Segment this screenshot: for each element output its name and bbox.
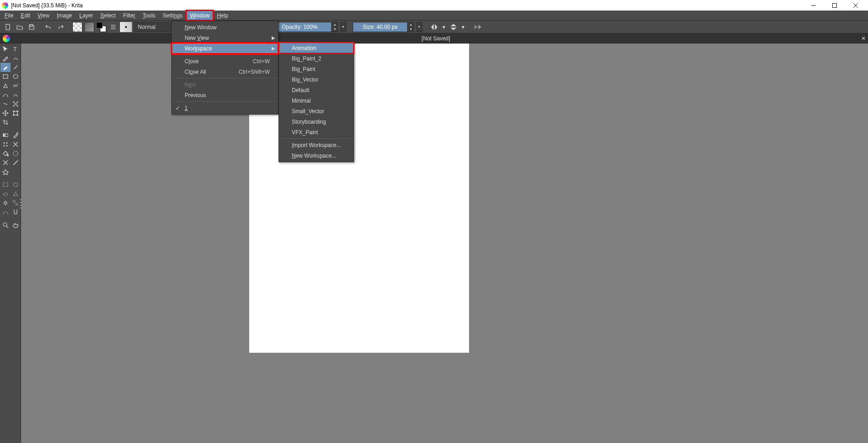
size-history-button[interactable]: ▾: [416, 22, 422, 32]
line-tool[interactable]: [11, 63, 21, 72]
polyline-tool[interactable]: [11, 81, 21, 90]
color-picker-tool[interactable]: [11, 131, 21, 140]
new-file-icon[interactable]: [3, 22, 13, 32]
undo-icon[interactable]: [44, 22, 54, 32]
wrap-around-icon[interactable]: [473, 22, 483, 32]
workspace-minimal[interactable]: Minimal: [279, 95, 354, 106]
menu-workspace[interactable]: Workspace▶: [172, 43, 278, 54]
multibrush-tool[interactable]: [11, 99, 21, 109]
opacity-history-button[interactable]: ▾: [340, 22, 346, 32]
svg-point-17: [17, 105, 18, 106]
svg-point-39: [3, 223, 7, 226]
gradient-tool[interactable]: [0, 131, 11, 140]
workspace-small-vector[interactable]: Small_Vector: [279, 106, 354, 116]
menu-new-view[interactable]: New View▶: [172, 33, 278, 43]
minimize-button[interactable]: [803, 0, 824, 11]
menu-close-all[interactable]: Close AllCtrl+Shift+W: [172, 66, 278, 77]
menu-window[interactable]: Window: [186, 11, 213, 20]
rectangle-tool[interactable]: [0, 72, 11, 81]
pattern-edit-tool[interactable]: [0, 140, 11, 149]
close-document-icon[interactable]: ✕: [859, 33, 868, 43]
text-tool[interactable]: T: [11, 44, 21, 54]
workspace-animation[interactable]: Animation: [279, 43, 354, 53]
polygon-tool[interactable]: [0, 81, 11, 90]
workspace-import[interactable]: Import Workspace...: [279, 140, 354, 150]
svg-point-19: [13, 111, 14, 112]
polygon-select-tool[interactable]: [11, 189, 21, 198]
size-step-down[interactable]: ▾: [408, 27, 414, 32]
rect-select-tool[interactable]: [0, 180, 11, 189]
workspace-big-vector[interactable]: Big_Vector: [279, 74, 354, 85]
size-value[interactable]: Size: 40.00 px: [353, 22, 408, 32]
calligraphy-tool[interactable]: [11, 54, 21, 63]
workspace-default[interactable]: Default: [279, 85, 354, 95]
canvas-viewport[interactable]: [21, 44, 868, 443]
menu-select[interactable]: Select: [97, 11, 119, 20]
move-tool[interactable]: [0, 109, 11, 118]
bezier-tool[interactable]: [0, 90, 11, 99]
pattern-swatch[interactable]: [72, 22, 82, 32]
svg-point-25: [4, 142, 5, 143]
workspace-big-paint[interactable]: Big_Paint: [279, 64, 354, 74]
freehand-path-tool[interactable]: [11, 90, 21, 99]
assistants-tool[interactable]: [0, 158, 11, 167]
workspace-new[interactable]: New Workspace...: [279, 150, 354, 161]
smart-patch-tool[interactable]: [11, 140, 21, 149]
redo-icon[interactable]: [55, 22, 66, 32]
menu-previous[interactable]: Previous: [172, 90, 278, 100]
menu-file[interactable]: File: [1, 11, 17, 20]
open-file-icon[interactable]: [15, 22, 25, 32]
fill-tool[interactable]: [0, 149, 11, 158]
fg-bg-color[interactable]: [96, 22, 106, 32]
menu-edit[interactable]: Edit: [17, 11, 34, 20]
freehand-select-tool[interactable]: [0, 189, 11, 198]
maximize-button[interactable]: [824, 0, 845, 11]
similar-select-tool[interactable]: [11, 198, 21, 208]
crop-tool[interactable]: [0, 118, 11, 127]
menu-settings[interactable]: Settings: [159, 11, 186, 20]
zoom-tool[interactable]: [0, 220, 11, 230]
mirror-vertical-icon[interactable]: [448, 22, 459, 32]
preset-list-icon[interactable]: [108, 22, 118, 32]
reference-tool[interactable]: [0, 167, 11, 176]
menu-close[interactable]: CloseCtrl+W: [172, 56, 278, 66]
ellipse-select-tool[interactable]: [11, 180, 21, 189]
freehand-brush-tool[interactable]: [0, 63, 11, 72]
transform-tool-2[interactable]: [11, 109, 21, 118]
menu-view[interactable]: View: [34, 11, 53, 20]
menu-help[interactable]: Help: [213, 11, 232, 20]
dynamic-brush-tool[interactable]: [0, 99, 11, 109]
enclose-fill-tool[interactable]: [11, 149, 21, 158]
workspace-storyboarding[interactable]: Storyboarding: [279, 116, 354, 127]
mirror-h-options[interactable]: ▾: [441, 22, 447, 32]
menu-image[interactable]: Image: [53, 11, 76, 20]
workspace-vfx-paint[interactable]: VFX_Paint: [279, 127, 354, 137]
menu-separator: [279, 138, 353, 139]
save-file-icon[interactable]: [27, 22, 37, 32]
mirror-horizontal-icon[interactable]: [429, 22, 439, 32]
size-spinbox[interactable]: Size: 40.00 px ▴▾: [353, 22, 414, 32]
workspace-big-paint-2[interactable]: Big_Paint_2: [279, 53, 354, 64]
menu-filter[interactable]: Filter: [120, 11, 139, 20]
close-window-button[interactable]: [845, 0, 866, 11]
menu-tools[interactable]: Tools: [139, 11, 159, 20]
ellipse-tool[interactable]: [11, 72, 21, 81]
measure-tool[interactable]: [11, 158, 21, 167]
menu-document-1[interactable]: ✓1: [172, 103, 278, 113]
contiguous-select-tool[interactable]: [0, 198, 11, 208]
menu-layer[interactable]: Layer: [76, 11, 97, 20]
brush-preset-preview[interactable]: [120, 22, 132, 32]
mirror-v-options[interactable]: ▾: [460, 22, 466, 32]
docker-drag-handle[interactable]: [20, 199, 23, 208]
opacity-step-up[interactable]: ▴: [332, 22, 338, 27]
document-tab-title[interactable]: [Not Saved]: [421, 35, 450, 42]
opacity-step-down[interactable]: ▾: [332, 27, 338, 32]
size-step-up[interactable]: ▴: [408, 22, 414, 27]
transform-tool[interactable]: [0, 44, 11, 54]
gradient-swatch[interactable]: [84, 22, 94, 32]
edit-shapes-tool[interactable]: [0, 54, 11, 63]
menu-new-window[interactable]: New Window: [172, 22, 278, 33]
bezier-select-tool[interactable]: [0, 208, 11, 217]
pan-tool[interactable]: [11, 220, 21, 230]
magnetic-select-tool[interactable]: [11, 208, 21, 217]
